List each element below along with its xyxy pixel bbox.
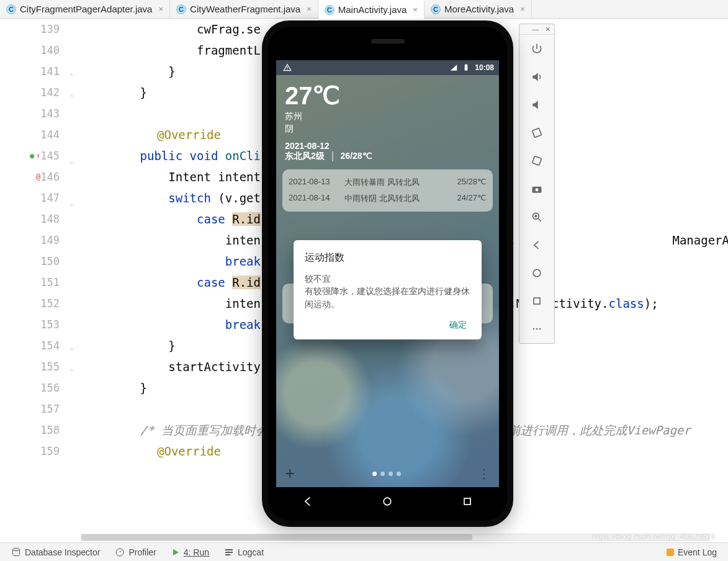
svg-rect-15 — [465, 64, 467, 65]
page-indicator — [372, 472, 401, 476]
svg-rect-3 — [533, 156, 542, 166]
tool-label: Database Inspector — [25, 547, 100, 557]
logcat-icon — [224, 547, 234, 557]
code-line: @Override — [101, 444, 221, 458]
event-log-button[interactable]: Event Log — [667, 547, 717, 557]
editor-tab-bar: C CityFragmentPagerAdapter.java × C City… — [0, 0, 728, 19]
dialog-ok-button[interactable]: 确定 — [305, 311, 470, 333]
overview-button[interactable] — [519, 287, 554, 315]
nav-home-icon[interactable] — [381, 495, 393, 508]
svg-rect-21 — [464, 498, 470, 505]
fold-down-icon[interactable]: ⌄ — [70, 192, 74, 213]
scrollbar-thumb[interactable] — [81, 534, 472, 541]
svg-rect-8 — [534, 298, 540, 304]
tool-label: 4: Run — [184, 547, 209, 557]
tab-label: CityWeatherFragment.java — [190, 4, 300, 14]
more-button[interactable] — [519, 315, 554, 343]
tab-cityweatherfragment[interactable]: C CityWeatherFragment.java × — [170, 0, 318, 18]
android-status-bar: 10:08 — [276, 60, 499, 75]
tab-cityfragmentpageradapter[interactable]: C CityFragmentPagerAdapter.java × — [0, 0, 170, 18]
tab-label: MoreActivity.java — [444, 4, 514, 14]
power-button[interactable] — [519, 35, 554, 63]
nav-back-icon[interactable] — [302, 495, 314, 508]
tool-label: Profiler — [128, 547, 156, 557]
code-line: Intent intent — [83, 170, 261, 184]
logcat-button[interactable]: Logcat — [224, 547, 264, 557]
fold-down-icon[interactable]: ⌄ — [70, 150, 74, 171]
svg-rect-13 — [287, 69, 287, 70]
profiler-button[interactable]: Profiler — [115, 547, 156, 557]
tab-label: CityFragmentPagerAdapter.java — [20, 4, 152, 14]
svg-rect-12 — [287, 66, 287, 68]
code-line: } — [83, 339, 176, 352]
range-label: 26/28℃ — [341, 151, 372, 161]
fold-up-icon[interactable]: ⌃ — [70, 66, 74, 87]
line-number-gutter: 1391401411421431441451461471481491501511… — [0, 19, 68, 542]
wind-label: 东北风2级 — [285, 151, 325, 161]
phone-speaker — [371, 39, 405, 43]
tool-label: Event Log — [678, 547, 717, 557]
svg-rect-2 — [533, 128, 542, 138]
run-button[interactable]: 4: Run — [171, 547, 209, 557]
dialog-subtitle: 较不宜 — [305, 274, 331, 284]
java-class-icon: C — [176, 4, 186, 14]
close-icon[interactable]: × — [520, 4, 525, 14]
fold-gutter: ⌃ ⌃ ⌄ ⌄ ⌃ ⌃ — [68, 19, 83, 542]
temperature-value: 27℃ — [285, 81, 490, 110]
volume-up-button[interactable] — [519, 63, 554, 91]
alert-dialog: 运动指数 较不宜 有较强降水，建议您选择在室内进行健身休闲运动。 确定 — [294, 240, 482, 339]
code-line: fragmentL — [83, 43, 261, 57]
event-log-icon — [667, 549, 674, 556]
nav-overview-icon[interactable] — [461, 495, 474, 508]
overflow-menu-button[interactable]: ⋮ — [478, 466, 490, 481]
volume-down-button[interactable] — [519, 91, 554, 119]
date-label: 2021-08-12 — [285, 141, 330, 151]
fold-up-icon[interactable]: ⌃ — [70, 87, 74, 108]
override-marker-icon[interactable]: ● — [30, 145, 34, 166]
svg-point-9 — [533, 328, 535, 330]
close-icon[interactable]: × — [307, 4, 312, 14]
emulator-device-frame: 10:08 27℃ 苏州 阴 2021-08-12 东北风2级 26/28℃ 2… — [262, 20, 513, 527]
weather-header: 27℃ 苏州 阴 2021-08-12 东北风2级 26/28℃ — [276, 75, 499, 164]
city-label: 苏州 — [285, 111, 490, 122]
fold-up-icon[interactable]: ⌃ — [70, 340, 74, 361]
rotate-left-button[interactable] — [519, 119, 554, 147]
svg-point-5 — [536, 188, 539, 191]
database-inspector-button[interactable]: Database Inspector — [11, 547, 100, 557]
app-bottom-bar: + ⋮ — [276, 460, 499, 487]
emulator-screen[interactable]: 10:08 27℃ 苏州 阴 2021-08-12 东北风2级 26/28℃ 2… — [276, 60, 499, 487]
battery-icon — [462, 63, 470, 72]
home-button[interactable] — [519, 259, 554, 287]
close-icon[interactable]: ✕ — [545, 25, 550, 34]
signal-icon — [449, 63, 458, 72]
java-class-icon: C — [6, 4, 16, 14]
emulator-window-controls: — ✕ — [519, 24, 554, 35]
svg-rect-14 — [465, 65, 468, 70]
back-button[interactable] — [519, 231, 554, 259]
java-class-icon: C — [325, 5, 335, 15]
play-icon — [171, 548, 180, 557]
dialog-body: 有较强降水，建议您选择在室内进行健身休闲运动。 — [305, 287, 470, 308]
close-icon[interactable]: × — [158, 4, 163, 14]
code-line: cwFrag.se — [83, 22, 261, 36]
add-city-button[interactable]: + — [285, 464, 295, 483]
database-icon — [11, 547, 21, 557]
svg-point-11 — [539, 328, 541, 330]
tab-moreactivity[interactable]: C MoreActivity.java × — [425, 0, 532, 18]
java-class-icon: C — [431, 4, 441, 14]
rotate-right-button[interactable] — [519, 147, 554, 175]
override-arrow-icon[interactable]: ↑ @ — [36, 145, 42, 187]
forecast-row: 2021-08-13 大雨转暴雨 风转北风 25/28℃ — [289, 174, 487, 191]
code-line: } — [83, 381, 147, 395]
svg-point-7 — [533, 269, 541, 277]
screenshot-button[interactable] — [519, 175, 554, 203]
minimize-icon[interactable]: — — [532, 25, 539, 33]
tab-mainactivity[interactable]: C MainActivity.java × — [318, 0, 425, 19]
android-nav-bar — [268, 490, 507, 513]
fold-up-icon[interactable]: ⌃ — [70, 361, 74, 382]
svg-point-20 — [384, 498, 392, 505]
condition-label: 阴 — [285, 123, 490, 135]
warning-icon — [283, 63, 292, 72]
zoom-button[interactable] — [519, 203, 554, 231]
close-icon[interactable]: × — [413, 5, 418, 14]
